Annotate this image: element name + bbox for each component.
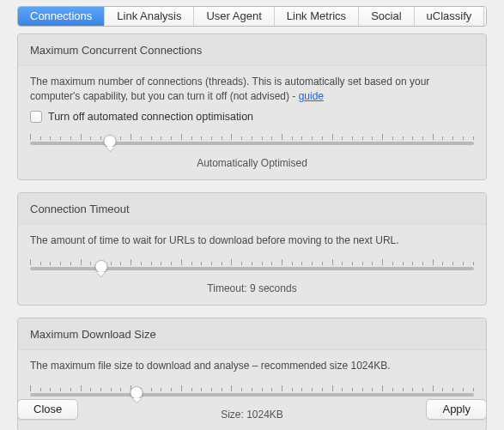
panel-connection-timeout: Connection Timeout The amount of time to… xyxy=(17,192,487,306)
apply-button[interactable]: Apply xyxy=(426,399,487,420)
slider-caption: Automatically Optimised xyxy=(30,157,474,169)
slider-caption: Timeout: 9 seconds xyxy=(30,282,474,294)
tab-bar: Connections Link Analysis User Agent Lin… xyxy=(17,6,487,27)
tab-connections[interactable]: Connections xyxy=(18,7,105,26)
slider-thumb[interactable] xyxy=(94,260,107,273)
slider-download-size[interactable] xyxy=(30,383,474,400)
tab-uclassify[interactable]: uClassify xyxy=(415,7,485,26)
panel-title: Connection Timeout xyxy=(18,193,486,225)
slider-track xyxy=(30,142,474,145)
tab-user-agent[interactable]: User Agent xyxy=(194,7,274,26)
tab-link-metrics[interactable]: Link Metrics xyxy=(275,7,359,26)
guide-link[interactable]: guide xyxy=(299,90,324,102)
panels-container: Maximum Concurrent Connections The maxim… xyxy=(0,27,504,430)
footer-buttons: Close Apply xyxy=(0,399,504,420)
slider-ticks xyxy=(30,385,474,391)
desc-text: The maximum number of connections (threa… xyxy=(30,76,429,102)
checkbox-auto-optimise[interactable] xyxy=(30,111,42,123)
slider-thumb[interactable] xyxy=(104,135,117,148)
slider-track xyxy=(30,393,474,397)
slider-max-connections[interactable] xyxy=(30,131,474,148)
panel-max-connections: Maximum Concurrent Connections The maxim… xyxy=(17,33,487,180)
timeout-description: The amount of time to wait for URLs to d… xyxy=(30,233,474,248)
panel-title: Maximum Download Size xyxy=(18,318,486,350)
download-description: The maximum file size to download and an… xyxy=(30,359,474,373)
slider-thumb[interactable] xyxy=(131,386,143,399)
tab-link-analysis[interactable]: Link Analysis xyxy=(105,7,194,26)
tab-social[interactable]: Social xyxy=(359,7,414,26)
checkbox-label: Turn off automated connection optimisati… xyxy=(48,111,253,123)
slider-ticks xyxy=(30,134,474,140)
close-button[interactable]: Close xyxy=(17,399,78,420)
checkbox-row-auto-optimise[interactable]: Turn off automated connection optimisati… xyxy=(30,111,474,123)
panel-title: Maximum Concurrent Connections xyxy=(18,34,486,66)
tab-proxies[interactable]: Proxies xyxy=(484,7,487,26)
slider-timeout[interactable] xyxy=(30,257,474,274)
max-connections-description: The maximum number of connections (threa… xyxy=(30,75,474,105)
